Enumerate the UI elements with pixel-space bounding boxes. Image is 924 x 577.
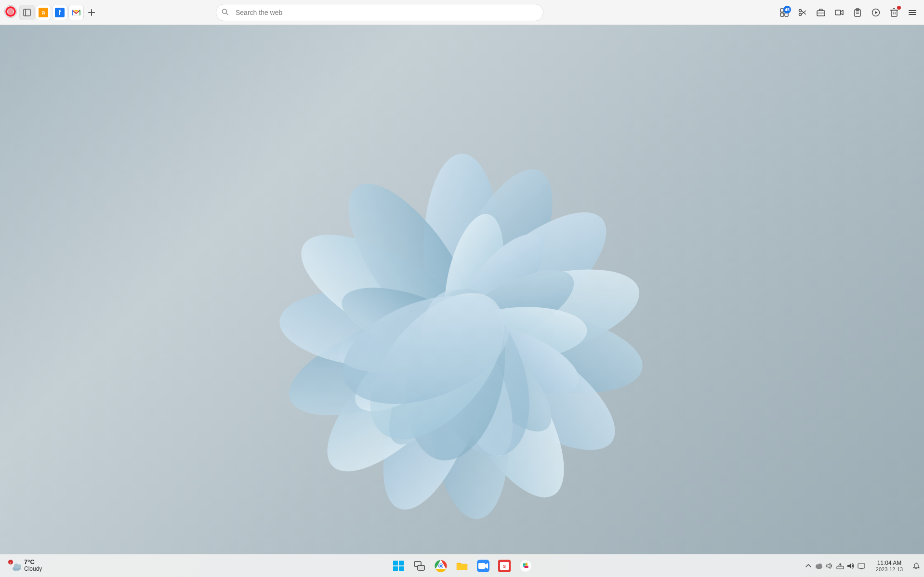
briefcase-icon xyxy=(817,8,825,17)
clock-date: 2023-12-13 xyxy=(876,566,903,572)
network-icon[interactable] xyxy=(835,561,845,571)
svg-point-85 xyxy=(440,564,442,567)
slack-button[interactable] xyxy=(516,556,535,576)
bell-icon xyxy=(912,562,920,570)
taskbar-apps: S xyxy=(389,556,535,576)
svg-rect-88 xyxy=(478,563,485,569)
volume-icon[interactable] xyxy=(846,561,856,571)
task-view-icon xyxy=(414,560,425,572)
wps-slides-button[interactable]: S xyxy=(495,556,514,576)
tab-amazon[interactable]: a xyxy=(36,5,51,20)
svg-point-49 xyxy=(799,13,802,15)
add-tab-button[interactable] xyxy=(85,6,98,19)
plus-icon xyxy=(88,9,95,16)
svg-point-36 xyxy=(8,7,13,16)
menu-icon xyxy=(908,8,917,17)
svg-rect-76 xyxy=(399,561,404,565)
zoom-icon xyxy=(477,560,489,572)
svg-rect-61 xyxy=(891,10,897,16)
browser-toolbar: a f xyxy=(0,0,924,25)
chrome-button[interactable] xyxy=(431,556,450,576)
snip-button[interactable] xyxy=(795,5,810,20)
svg-rect-78 xyxy=(399,566,404,571)
weather-temperature: 7°C xyxy=(24,558,42,565)
search-bar-container xyxy=(216,4,543,21)
system-tray: 11:04 AM 2023-12-13 xyxy=(800,554,924,577)
show-hidden-icons-button[interactable] xyxy=(804,561,813,571)
display-icon[interactable] xyxy=(857,561,866,571)
tab-gmail[interactable] xyxy=(68,5,84,20)
weather-icon: ! xyxy=(8,559,21,573)
tab-facebook[interactable]: f xyxy=(52,5,67,20)
clock-area[interactable]: 11:04 AM 2023-12-13 xyxy=(870,554,909,577)
zoom-button[interactable] xyxy=(474,556,493,576)
tray-icons[interactable] xyxy=(800,554,870,577)
svg-marker-97 xyxy=(826,564,830,568)
windows-logo-icon xyxy=(393,560,404,572)
svg-text:!: ! xyxy=(10,561,11,564)
cloud-icon[interactable] xyxy=(814,561,824,571)
facebook-favicon: f xyxy=(55,8,65,17)
video-icon xyxy=(835,8,844,17)
svg-rect-104 xyxy=(858,564,865,568)
svg-rect-54 xyxy=(835,10,841,15)
svg-rect-75 xyxy=(393,561,398,565)
tab-bar: a f xyxy=(19,5,98,20)
ad-blocker-button[interactable] xyxy=(886,5,902,20)
clipboard-icon xyxy=(853,8,862,17)
svg-rect-77 xyxy=(393,566,398,571)
svg-rect-80 xyxy=(418,565,424,570)
svg-rect-86 xyxy=(457,564,467,570)
folder-icon xyxy=(456,560,468,572)
svg-point-96 xyxy=(818,564,822,567)
toolbar-right: 45 xyxy=(777,5,920,20)
start-button[interactable] xyxy=(389,556,408,576)
media-player-button[interactable] xyxy=(868,5,884,20)
menu-button[interactable] xyxy=(905,5,920,20)
delete-icon xyxy=(890,8,898,17)
clock-time: 11:04 AM xyxy=(877,560,902,566)
display-tray-icon xyxy=(858,563,865,569)
task-view-button[interactable] xyxy=(410,556,429,576)
video-call-button[interactable] xyxy=(832,5,847,20)
search-icon xyxy=(222,8,228,16)
extensions-button[interactable]: 45 xyxy=(777,5,792,20)
play-icon xyxy=(871,8,880,17)
chevron-up-icon xyxy=(805,563,812,569)
volume-tray-icon xyxy=(847,563,855,569)
wallpaper xyxy=(245,134,679,520)
taskbar: ! 7°C Cloudy xyxy=(0,554,924,577)
slack-icon xyxy=(519,560,532,572)
svg-marker-60 xyxy=(875,11,878,14)
network-tray-icon xyxy=(836,563,844,569)
weather-widget[interactable]: ! 7°C Cloudy xyxy=(4,556,46,575)
ad-blocker-badge xyxy=(897,6,901,10)
opera-logo-button[interactable] xyxy=(4,5,17,20)
extensions-badge: 45 xyxy=(783,6,791,13)
svg-rect-47 xyxy=(785,13,788,16)
svg-line-43 xyxy=(226,13,228,15)
svg-text:S: S xyxy=(503,564,506,569)
audio-tray-icon xyxy=(826,563,833,569)
chrome-icon xyxy=(435,560,447,572)
notification-button[interactable] xyxy=(909,554,924,577)
svg-marker-103 xyxy=(847,564,851,568)
sidebar-icon xyxy=(23,9,31,16)
gmail-favicon xyxy=(71,8,81,17)
wallet-button[interactable] xyxy=(813,5,829,20)
sidebar-toggle-button[interactable] xyxy=(19,5,35,20)
audio-icon[interactable] xyxy=(825,561,834,571)
svg-point-74 xyxy=(17,564,21,568)
search-input[interactable] xyxy=(216,4,543,21)
svg-rect-98 xyxy=(837,566,844,569)
svg-rect-46 xyxy=(780,13,784,16)
file-explorer-button[interactable] xyxy=(452,556,472,576)
wps-slides-icon: S xyxy=(498,560,511,572)
weather-condition: Cloudy xyxy=(24,565,42,573)
svg-rect-37 xyxy=(24,9,30,16)
cloud-tray-icon xyxy=(815,563,823,569)
scissors-icon xyxy=(798,8,807,17)
svg-point-48 xyxy=(799,9,802,12)
amazon-favicon: a xyxy=(39,8,48,17)
clipboard-button[interactable] xyxy=(850,5,865,20)
